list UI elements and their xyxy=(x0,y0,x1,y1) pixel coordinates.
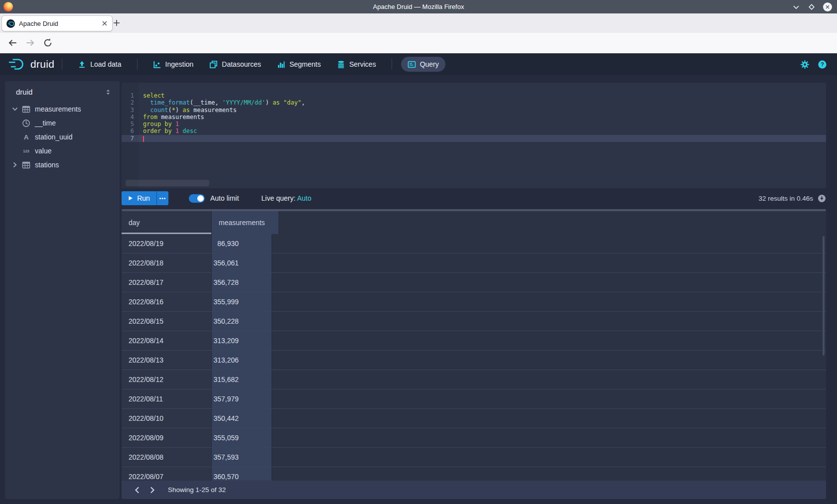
chevron-down-icon[interactable] xyxy=(11,106,18,113)
table-row[interactable]: 2022/08/10350,442 xyxy=(122,409,826,428)
cell-day[interactable]: 2022/08/07 xyxy=(122,467,212,481)
code-line[interactable]: order by 1 desc xyxy=(139,127,826,134)
svg-text:A: A xyxy=(24,133,29,141)
cell-empty xyxy=(272,389,826,408)
cell-measurements[interactable]: 350,228 xyxy=(212,312,272,331)
table-row[interactable]: 2022/08/09355,059 xyxy=(122,428,826,448)
cell-day[interactable]: 2022/08/10 xyxy=(122,409,212,428)
pagination-text: Showing 1-25 of 32 xyxy=(168,486,226,494)
table-row[interactable]: 2022/08/13313,206 xyxy=(122,351,826,370)
nav-item-services[interactable]: Services xyxy=(330,57,383,72)
cell-day[interactable]: 2022/08/14 xyxy=(122,331,212,350)
cell-day[interactable]: 2022/08/09 xyxy=(122,428,212,447)
table-scrollbar[interactable] xyxy=(823,236,825,356)
gutter-line-number: 7 xyxy=(122,135,139,142)
schema-item-value[interactable]: 123value xyxy=(5,144,120,158)
table-row[interactable]: 2022/08/17356,728 xyxy=(122,273,826,292)
cell-measurements[interactable]: 356,061 xyxy=(212,253,272,272)
cell-measurements[interactable]: 313,206 xyxy=(212,351,272,370)
cell-day[interactable]: 2022/08/19 xyxy=(122,234,212,253)
nav-item-datasources[interactable]: Datasources xyxy=(203,57,268,72)
prev-page-icon[interactable] xyxy=(134,487,140,494)
chevron-spacer xyxy=(11,147,18,154)
double-caret-icon[interactable] xyxy=(105,89,112,96)
browser-tab[interactable]: Apache Druid xyxy=(1,15,113,31)
nav-item-load-data[interactable]: Load data xyxy=(71,57,128,72)
run-button[interactable]: Run xyxy=(122,191,156,205)
cell-day[interactable]: 2022/08/15 xyxy=(122,312,212,331)
cell-measurements[interactable]: 313,209 xyxy=(212,331,272,350)
table-row[interactable]: 2022/08/08357,593 xyxy=(122,448,826,467)
sql-editor[interactable]: 1234567 select time_format(__time, 'YYYY… xyxy=(122,83,826,188)
table-icon xyxy=(22,105,30,114)
cell-day[interactable]: 2022/08/13 xyxy=(122,351,212,370)
cell-measurements[interactable]: 357,593 xyxy=(212,448,272,467)
table-row[interactable]: 2022/08/07360,570 xyxy=(122,467,826,481)
chevron-right-icon[interactable] xyxy=(11,161,18,168)
auto-limit-toggle[interactable] xyxy=(189,194,205,203)
cell-measurements[interactable]: 86,930 xyxy=(212,234,272,253)
code-line[interactable] xyxy=(139,135,826,142)
live-query: Live query: Auto xyxy=(262,194,311,202)
live-query-value[interactable]: Auto xyxy=(297,194,311,202)
table-row[interactable]: 2022/08/14313,209 xyxy=(122,331,826,351)
schema-item--time[interactable]: __time xyxy=(5,116,120,130)
reload-icon[interactable] xyxy=(43,38,53,48)
table-row[interactable]: 2022/08/16355,999 xyxy=(122,292,826,312)
back-icon[interactable] xyxy=(7,38,17,48)
nav-item-segments[interactable]: Segments xyxy=(271,57,327,72)
nav-divider xyxy=(392,59,392,70)
cell-measurements[interactable]: 356,728 xyxy=(212,273,272,292)
cell-day[interactable]: 2022/08/18 xyxy=(122,253,212,272)
cell-day[interactable]: 2022/08/12 xyxy=(122,370,212,389)
nav-item-query[interactable]: Query xyxy=(401,57,445,72)
table-row[interactable]: 2022/08/18356,061 xyxy=(122,253,826,273)
window-maximize-icon[interactable] xyxy=(808,3,816,11)
next-page-icon[interactable] xyxy=(149,487,156,494)
table-row[interactable]: 2022/08/12315,682 xyxy=(122,370,826,389)
tab-close-icon[interactable] xyxy=(102,20,108,26)
druid-brand[interactable]: druid xyxy=(8,58,54,71)
cell-day[interactable]: 2022/08/16 xyxy=(122,292,212,311)
cell-empty xyxy=(272,292,826,311)
forward-icon[interactable] xyxy=(25,38,35,48)
editor-hscrollbar[interactable] xyxy=(126,180,209,186)
cell-measurements[interactable]: 350,442 xyxy=(212,409,272,428)
column-header-day[interactable]: day xyxy=(122,211,212,234)
gutter-line-number: 2 xyxy=(122,99,139,106)
settings-gear-icon[interactable] xyxy=(800,60,810,69)
code-line[interactable]: select xyxy=(139,92,826,99)
cell-day[interactable]: 2022/08/11 xyxy=(122,389,212,408)
column-header-measurements[interactable]: measurements xyxy=(212,211,279,234)
code-line[interactable]: group by 1 xyxy=(139,121,826,127)
code-line[interactable]: from measurements xyxy=(139,114,826,121)
schema-item-measurements[interactable]: measurements xyxy=(5,102,120,116)
cell-measurements[interactable]: 355,059 xyxy=(212,428,272,447)
cell-measurements[interactable]: 360,570 xyxy=(212,467,272,481)
window-minimize-icon[interactable] xyxy=(792,3,800,11)
help-icon[interactable]: ? xyxy=(818,60,827,69)
cell-measurements[interactable]: 357,979 xyxy=(212,389,272,408)
schema-item-station-uuid[interactable]: Astation_uuid xyxy=(5,130,120,144)
cell-day[interactable]: 2022/08/17 xyxy=(122,273,212,292)
new-tab-button[interactable] xyxy=(112,18,122,28)
code-line[interactable]: time_format(__time, 'YYYY/MM/dd') as "da… xyxy=(139,99,826,106)
table-row[interactable]: 2022/08/11357,979 xyxy=(122,389,826,409)
query-view: druid measurements__timeAstation_uuid123… xyxy=(0,75,837,504)
table-row[interactable]: 2022/08/15350,228 xyxy=(122,312,826,331)
code-line[interactable]: count(*) as measurements xyxy=(139,107,826,114)
table-row[interactable]: 2022/08/1986,930 xyxy=(122,234,826,253)
cell-measurements[interactable]: 355,999 xyxy=(212,292,272,311)
window-close-icon[interactable] xyxy=(823,2,832,11)
cell-empty xyxy=(272,331,826,350)
schema-item-stations[interactable]: stations xyxy=(5,158,120,172)
nav-item-ingestion[interactable]: Ingestion xyxy=(146,57,200,72)
cell-empty xyxy=(272,312,826,331)
upload-icon xyxy=(78,60,86,69)
download-icon[interactable] xyxy=(818,194,826,203)
cell-measurements[interactable]: 315,682 xyxy=(212,370,272,389)
window-title: Apache Druid — Mozilla Firefox xyxy=(100,0,737,13)
run-more-button[interactable]: ••• xyxy=(156,191,168,205)
cell-day[interactable]: 2022/08/08 xyxy=(122,448,212,467)
cell-empty xyxy=(272,351,826,370)
